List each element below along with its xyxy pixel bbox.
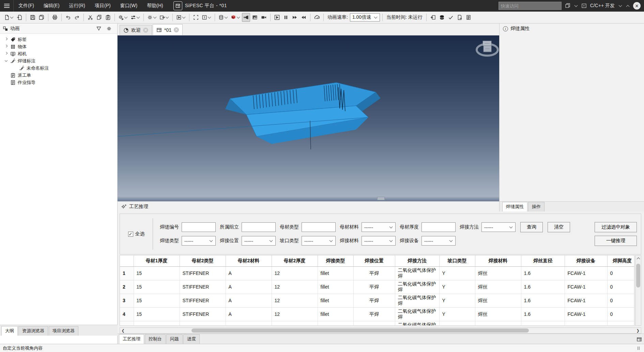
animation-speed-combo[interactable]: 1.00倍速 bbox=[350, 13, 380, 21]
filter-combo-母材材料[interactable]: ------ bbox=[362, 222, 396, 232]
table-vertical-scrollbar[interactable] bbox=[635, 255, 641, 326]
col-header-母材2类型[interactable]: 母材2类型 bbox=[180, 255, 226, 266]
table-row[interactable]: 315STIFFENERA12fillet平焊二氧化碳气体保护焊Y焊丝1.6FC… bbox=[120, 294, 634, 307]
rewind-button[interactable] bbox=[300, 13, 308, 22]
video-camera-button[interactable] bbox=[260, 13, 268, 22]
tab-资源浏览器[interactable]: 资源浏览器 bbox=[18, 326, 48, 336]
export-window-button[interactable] bbox=[158, 13, 170, 22]
col-header-焊丝直径[interactable]: 焊丝直径 bbox=[521, 255, 565, 266]
tree-item-标签[interactable]: 标签 bbox=[0, 36, 117, 43]
close-icon[interactable]: ✕ bbox=[633, 2, 641, 10]
chevron-down-icon[interactable] bbox=[619, 4, 622, 7]
filter-combo-焊接位置[interactable]: ------ bbox=[242, 236, 276, 246]
print-button[interactable] bbox=[51, 13, 59, 22]
button-一键推理[interactable]: 一键推理 bbox=[595, 236, 637, 246]
menu-帮助(H)[interactable]: 帮助(H) bbox=[142, 0, 168, 12]
flashlight-button[interactable] bbox=[242, 13, 250, 22]
open-file-button[interactable] bbox=[15, 13, 24, 22]
col-header-row-num[interactable] bbox=[120, 255, 134, 266]
perspective-label[interactable]: C/C++ 开发 bbox=[590, 3, 615, 9]
chevron-down-icon[interactable] bbox=[4, 59, 7, 62]
filter-combo-焊接材料[interactable]: ------ bbox=[362, 236, 396, 246]
hamburger-menu-icon[interactable] bbox=[0, 0, 14, 12]
tab-控制台[interactable]: 控制台 bbox=[145, 334, 166, 344]
button-查询[interactable]: 查询 bbox=[520, 222, 543, 232]
col-header-焊脚高度[interactable]: 焊脚高度 bbox=[607, 255, 634, 266]
pause-button[interactable] bbox=[282, 13, 290, 22]
cloud-check-button[interactable] bbox=[313, 13, 321, 22]
tab-close-icon[interactable]: ✕ bbox=[143, 28, 148, 33]
redo-button[interactable] bbox=[73, 13, 81, 22]
cut-button[interactable] bbox=[86, 13, 94, 22]
3d-viewport[interactable] bbox=[118, 35, 499, 201]
import-button[interactable] bbox=[429, 13, 437, 22]
weld-table[interactable]: 母材1厚度母材2类型母材2材料母材2厚度焊接类型焊接位置焊接方法坡口类型焊接材料… bbox=[120, 255, 634, 326]
table-row[interactable]: 515STIFFENERA12fillet平焊二氧化碳气体保护焊Y焊丝1.6FC… bbox=[120, 321, 634, 326]
quick-access-input[interactable] bbox=[499, 2, 562, 10]
col-header-焊接材料[interactable]: 焊接材料 bbox=[475, 255, 521, 266]
col-header-焊接类型[interactable]: 焊接类型 bbox=[318, 255, 353, 266]
save-button[interactable] bbox=[29, 13, 37, 22]
menu-编辑(E)[interactable]: 编辑(E) bbox=[39, 0, 64, 12]
tree-item-未命名标注[interactable]: 未命名标注 bbox=[0, 64, 117, 72]
doc-list-button[interactable] bbox=[464, 13, 473, 22]
tab-大纲[interactable]: 大纲 bbox=[1, 326, 18, 336]
select-all-checkbox[interactable]: ✓ bbox=[128, 232, 133, 237]
select-all[interactable]: ✓ 全选 bbox=[120, 231, 153, 237]
table-row[interactable]: 115STIFFENERA12fillet平焊二氧化碳气体保护焊Y焊丝1.6FC… bbox=[120, 266, 634, 280]
col-header-焊接方法[interactable]: 焊接方法 bbox=[395, 255, 439, 266]
undo-button[interactable] bbox=[64, 13, 72, 22]
tree-item-物体[interactable]: 物体 bbox=[0, 43, 117, 50]
save-all-button[interactable] bbox=[37, 13, 46, 22]
image-button[interactable] bbox=[251, 13, 259, 22]
chevron-up-icon[interactable] bbox=[626, 5, 630, 8]
paste-button[interactable] bbox=[104, 13, 112, 22]
col-header-母材2材料[interactable]: 母材2材料 bbox=[226, 255, 272, 266]
database-button[interactable] bbox=[217, 13, 229, 22]
col-header-母材2厚度[interactable]: 母材2厚度 bbox=[272, 255, 318, 266]
filter-input-焊缝编号[interactable] bbox=[182, 222, 216, 232]
button-清空[interactable]: 清空 bbox=[548, 222, 570, 232]
database-dark-button[interactable] bbox=[438, 13, 446, 22]
perspective-icon[interactable] bbox=[581, 3, 587, 9]
filter-input-所属组立[interactable] bbox=[242, 222, 276, 232]
warning-button[interactable] bbox=[201, 13, 212, 22]
filter-combo-焊接方法[interactable]: ------ bbox=[481, 222, 516, 232]
table-horizontal-scrollbar[interactable]: ❮ ❯ bbox=[120, 327, 641, 334]
new-file-button[interactable] bbox=[3, 13, 15, 22]
button-过滤选中对象[interactable]: 过滤选中对象 bbox=[595, 222, 637, 232]
run-window-button[interactable] bbox=[175, 13, 187, 22]
tab-close-icon[interactable]: ✕ bbox=[174, 27, 179, 32]
scroll-left-arrow[interactable]: ❮ bbox=[120, 328, 126, 333]
menu-窗口(W)[interactable]: 窗口(W) bbox=[116, 0, 142, 12]
tab-进度[interactable]: 进度 bbox=[183, 334, 200, 344]
scroll-right-arrow[interactable]: ❯ bbox=[635, 328, 641, 333]
viewport-scrollbar[interactable] bbox=[377, 197, 385, 200]
tab-问题[interactable]: 问题 bbox=[166, 334, 183, 344]
workflow-button[interactable] bbox=[129, 13, 141, 22]
col-header-焊接设备[interactable]: 焊接设备 bbox=[565, 255, 607, 266]
tab-焊缝属性[interactable]: 焊缝属性 bbox=[502, 202, 527, 211]
filter-combo-焊接设备[interactable]: ------ bbox=[421, 236, 456, 246]
fit-view-button[interactable] bbox=[192, 13, 200, 22]
filter-combo-坡口类型[interactable]: ------ bbox=[302, 236, 336, 246]
menu-文件(F)[interactable]: 文件(F) bbox=[14, 0, 39, 12]
play-button[interactable] bbox=[273, 13, 281, 22]
col-header-坡口类型[interactable]: 坡口类型 bbox=[439, 255, 475, 266]
panel-toggle-icon[interactable] bbox=[637, 337, 642, 342]
col-header-焊接位置[interactable]: 焊接位置 bbox=[353, 255, 395, 266]
filter-icon[interactable] bbox=[96, 26, 102, 31]
layout-icon[interactable] bbox=[565, 3, 570, 9]
tree-item-相机[interactable]: 相机 bbox=[0, 50, 117, 57]
filter-input-母材厚度[interactable] bbox=[421, 222, 456, 232]
tab-工艺推理[interactable]: 工艺推理 bbox=[119, 334, 144, 344]
fast-forward-button[interactable] bbox=[291, 13, 299, 22]
tab-操作[interactable]: 操作 bbox=[528, 202, 545, 211]
check-button[interactable] bbox=[447, 13, 455, 22]
menu-运行(R)[interactable]: 运行(R) bbox=[64, 0, 90, 12]
table-row[interactable]: 215STIFFENERA12fillet平焊二氧化碳气体保护焊Y焊丝1.6FC… bbox=[120, 280, 634, 294]
scrollbar-thumb[interactable] bbox=[191, 328, 529, 333]
chevron-right-icon[interactable] bbox=[4, 45, 7, 47]
resize-grip-icon[interactable] bbox=[636, 346, 641, 351]
tab-项目浏览器[interactable]: 项目浏览器 bbox=[49, 326, 78, 336]
